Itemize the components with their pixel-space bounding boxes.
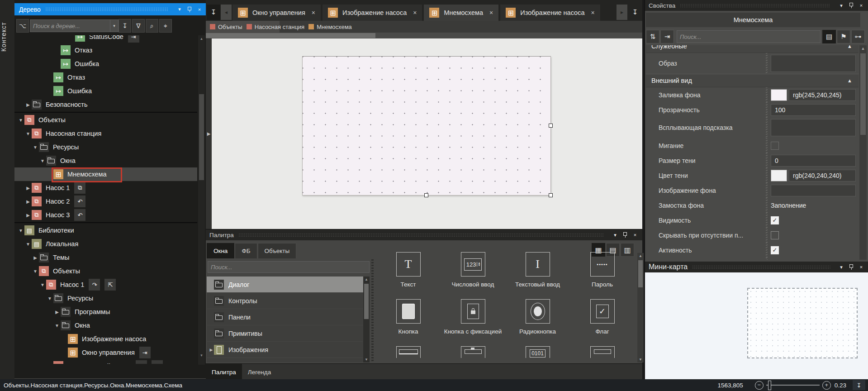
palette-item-partial[interactable]: [570, 346, 635, 362]
breadcrumb-item[interactable]: Мнемосхема: [308, 24, 352, 30]
tree-item[interactable]: ↦Отказ: [14, 43, 197, 57]
property-value-box[interactable]: [771, 119, 856, 136]
checkbox[interactable]: [771, 231, 779, 239]
close-icon[interactable]: ×: [591, 9, 594, 16]
tree-hierarchy-icon[interactable]: ⌥: [16, 19, 29, 33]
properties-search-input[interactable]: [677, 30, 821, 43]
breadcrumb-item[interactable]: Объекты: [210, 24, 242, 30]
tree-item[interactable]: ▼Ресурсы: [14, 140, 197, 154]
tree-item[interactable]: ⊞Изображение насоса: [14, 332, 197, 346]
key-icon[interactable]: ⊶: [851, 30, 865, 43]
drag-grip[interactable]: [680, 4, 830, 8]
palette-item[interactable]: 123▲▼Числовой ввод: [441, 252, 505, 293]
checkbox[interactable]: [771, 142, 779, 150]
color-swatch[interactable]: [771, 170, 787, 181]
flag-icon[interactable]: ⚑: [837, 30, 850, 43]
palette-category[interactable]: Панели: [207, 309, 363, 325]
undo-icon[interactable]: ↶: [74, 209, 85, 221]
close-icon[interactable]: ×: [858, 2, 865, 9]
document-tab[interactable]: ⊞Окно управления×: [232, 5, 321, 21]
tree-item[interactable]: ⊞Окно управления⇥: [14, 346, 197, 359]
palette-category[interactable]: Диалог: [207, 277, 363, 293]
property-row[interactable]: Мигание: [646, 138, 859, 153]
collapse-icon[interactable]: ▼: [17, 118, 24, 123]
zoom-in-icon[interactable]: +: [822, 381, 831, 390]
category-scrollbar[interactable]: ▲ ▼: [363, 277, 370, 362]
palette-bottom-tab[interactable]: Легенда: [242, 364, 277, 380]
property-row[interactable]: Изображение фона: [646, 183, 859, 198]
tree-item[interactable]: ↦Отказ: [14, 71, 197, 84]
pin-icon[interactable]: [621, 231, 629, 238]
zoom-slider-thumb[interactable]: [768, 381, 771, 390]
list-view-icon[interactable]: ▤: [822, 30, 836, 43]
property-row[interactable]: Цвет тениrgb(240,240,240): [646, 168, 859, 183]
column-splitter[interactable]: [766, 228, 768, 243]
tree-item[interactable]: ▼Окна: [14, 319, 197, 332]
tab-list-icon[interactable]: ↧: [207, 5, 220, 20]
chevron-down-icon[interactable]: ▾: [612, 231, 619, 238]
zoom-out-icon[interactable]: −: [755, 381, 764, 390]
palette-search-input[interactable]: [208, 261, 370, 273]
scrollbar-thumb[interactable]: [364, 284, 369, 319]
property-row[interactable]: Заливка фонаrgb(245,240,245): [646, 87, 859, 102]
status-menu-icon[interactable]: ↧: [853, 380, 865, 390]
tree-search-input[interactable]: [30, 19, 110, 32]
palette-splitter[interactable]: [371, 259, 374, 362]
resize-handle-bottom-right[interactable]: [549, 193, 553, 197]
property-value-box[interactable]: [771, 185, 856, 196]
scroll-up-icon[interactable]: ▲: [637, 253, 644, 259]
mnemoscheme-page[interactable]: [302, 56, 551, 196]
close-icon[interactable]: ×: [196, 6, 203, 13]
expand-icon[interactable]: ▶: [24, 213, 32, 218]
tree-scrollbar[interactable]: ▴ ▾: [198, 35, 205, 365]
tree-item[interactable]: ↦Ошибка: [14, 84, 197, 98]
chevron-down-icon[interactable]: ▾: [176, 6, 183, 13]
pin-icon[interactable]: [186, 6, 193, 13]
column-splitter[interactable]: [766, 53, 768, 74]
scrollbar-thumb[interactable]: [206, 33, 375, 38]
tree-item[interactable]: ▼Ресурсы: [14, 291, 197, 305]
chevron-left-icon[interactable]: ◂: [221, 5, 232, 20]
palette-category[interactable]: ▶Изображения: [207, 342, 363, 358]
tree-item[interactable]: ▼Окна: [14, 154, 197, 167]
close-icon[interactable]: ×: [489, 9, 493, 16]
palette-item-partial[interactable]: 0101: [505, 346, 570, 362]
design-canvas[interactable]: [212, 38, 642, 229]
collapse-icon[interactable]: ▼: [24, 131, 32, 136]
palette-item[interactable]: ✓Флаг: [570, 299, 635, 340]
property-row[interactable]: Скрывать при отсутствии п...: [646, 228, 859, 243]
property-row[interactable]: Всплывающая подсказка: [646, 117, 859, 138]
tree-item[interactable]: ▼▤Библиотеки: [14, 224, 197, 237]
palette-tab[interactable]: ФБ: [235, 243, 257, 258]
drag-grip[interactable]: [238, 233, 604, 237]
column-splitter[interactable]: [766, 153, 768, 168]
column-splitter[interactable]: [766, 138, 768, 153]
checkbox[interactable]: ✓: [771, 246, 779, 254]
tree-item[interactable]: ▼▤Локальная: [14, 237, 197, 251]
collapse-icon[interactable]: ▼: [32, 269, 39, 274]
palette-item-partial[interactable]: [376, 346, 441, 362]
palette-bottom-tab[interactable]: Палитра: [206, 364, 242, 380]
pin-icon[interactable]: [848, 2, 855, 9]
search-dropdown-icon[interactable]: ▾: [110, 19, 119, 32]
color-swatch[interactable]: [771, 89, 787, 101]
sort-filter-icon[interactable]: ⇅: [646, 30, 659, 43]
out-icon[interactable]: ↦: [152, 360, 163, 364]
locate-icon[interactable]: ⌖: [159, 19, 172, 33]
property-value-box[interactable]: rgb(240,240,240): [789, 170, 856, 181]
expand-icon[interactable]: ▶: [24, 186, 32, 191]
link-icon[interactable]: ⇥: [139, 347, 151, 358]
tree-item[interactable]: ▼⧉Насос 1↷⇱: [14, 278, 197, 291]
close-icon[interactable]: ×: [631, 231, 639, 238]
scroll-down-icon[interactable]: ▼: [637, 357, 644, 362]
tree-item[interactable]: ▶⧉Насос 1⧉: [14, 181, 197, 195]
checkbox[interactable]: ✓: [771, 216, 779, 224]
document-tab[interactable]: ⊞Мнемосхема×: [424, 5, 498, 21]
zoom-slider[interactable]: [766, 385, 820, 386]
tree-item[interactable]: ▼⧉Насосная станция: [14, 127, 197, 140]
column-splitter[interactable]: [766, 257, 768, 260]
link-icon[interactable]: ⇥: [136, 360, 147, 364]
column-splitter[interactable]: [766, 87, 768, 102]
tree-item[interactable]: ⊞Мнемосхема: [14, 167, 197, 181]
collapse-icon[interactable]: ▲: [847, 78, 852, 83]
